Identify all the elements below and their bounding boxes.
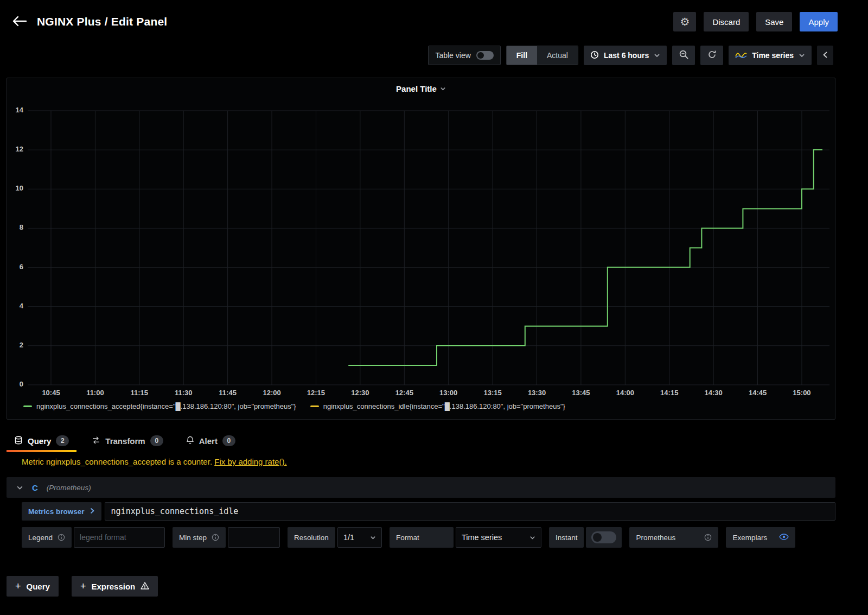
fix-by-adding-rate-link[interactable]: Fix by adding rate(). <box>214 457 286 466</box>
x-axis-tick-label: 13:30 <box>515 389 559 397</box>
query-footer: + Query + Expression <box>7 576 868 597</box>
actual-option[interactable]: Actual <box>537 46 578 65</box>
refresh-icon <box>707 50 717 61</box>
collapse-options-pane-button[interactable] <box>817 46 833 65</box>
query-editor: C (Prometheus) Metrics browser nginxplus… <box>0 477 868 548</box>
transform-icon <box>92 436 100 446</box>
tab-label: Alert <box>199 436 218 446</box>
query-datasource-label: (Prometheus) <box>47 484 91 492</box>
resolution-value: 1/1 <box>343 533 354 542</box>
min-step-option-label: Min step <box>173 527 226 548</box>
zoom-out-button[interactable] <box>672 46 695 65</box>
x-axis-tick-label: 14:45 <box>736 389 780 397</box>
y-axis-tick-label: 0 <box>7 380 23 388</box>
x-axis-tick-label: 15:00 <box>780 389 824 397</box>
format-option-label: Format <box>390 527 454 548</box>
query-input-row: Metrics browser nginxplus_connections_id… <box>22 502 835 521</box>
chevron-down-icon <box>799 52 805 59</box>
instant-toggle-box <box>586 527 622 548</box>
tab-alert[interactable]: Alert 0 <box>178 429 243 452</box>
metrics-browser-button[interactable]: Metrics browser <box>22 502 101 521</box>
x-axis-tick-label: 12:30 <box>339 389 382 397</box>
editor-tabs: Query 2 Transform 0 Alert 0 <box>7 429 868 452</box>
table-view-toggle[interactable] <box>476 51 494 60</box>
chevron-down-icon[interactable] <box>16 484 23 491</box>
legend-label: nginxplus_connections_idle{instance="█.1… <box>323 402 565 410</box>
query-row-header[interactable]: C (Prometheus) <box>7 477 835 498</box>
legend-option-label: Legend <box>22 527 72 548</box>
x-axis-tick-label: 13:15 <box>471 389 514 397</box>
plus-icon: + <box>80 581 86 591</box>
panel-settings-button[interactable]: ⚙ <box>673 12 696 31</box>
chart-legend: nginxplus_connections_accepted{instance=… <box>23 402 565 410</box>
legend-format-input[interactable] <box>74 527 165 548</box>
back-button[interactable] <box>12 15 27 29</box>
panel-toolbar: Table view Fill Actual Last 6 hours Time… <box>0 43 868 65</box>
min-step-input[interactable] <box>228 527 280 548</box>
x-axis-tick-label: 13:45 <box>559 389 603 397</box>
legend-item-accepted[interactable]: nginxplus_connections_accepted{instance=… <box>23 402 296 410</box>
apply-button[interactable]: Apply <box>800 12 838 31</box>
x-axis-tick-label: 12:45 <box>382 389 426 397</box>
save-button[interactable]: Save <box>756 12 792 31</box>
format-select[interactable]: Time series <box>456 527 541 548</box>
time-range-picker[interactable]: Last 6 hours <box>584 46 667 65</box>
exemplars-label-text: Exemplars <box>732 534 767 542</box>
format-value: Time series <box>462 533 502 542</box>
add-query-button[interactable]: + Query <box>7 576 59 597</box>
datasource-label-text: Prometheus <box>636 534 675 542</box>
eye-icon[interactable] <box>779 534 789 542</box>
y-axis-tick-label: 2 <box>7 341 23 349</box>
edit-panel-preview: Panel Title 02468101214 10:4511:0011:151… <box>7 78 835 420</box>
tab-label: Transform <box>105 436 145 446</box>
top-header: NGINX Plus / Edit Panel ⚙ Discard Save A… <box>0 0 868 43</box>
info-icon[interactable] <box>704 534 712 541</box>
zoom-out-icon <box>679 49 689 61</box>
min-step-option-group: Min step <box>173 527 280 548</box>
query-options-row: Legend Min step Resolution 1/1 <box>22 527 835 548</box>
legend-item-idle[interactable]: nginxplus_connections_idle{instance="█.1… <box>310 402 565 410</box>
table-view-label: Table view <box>435 51 470 60</box>
tab-query[interactable]: Query 2 <box>7 429 76 452</box>
chevron-down-icon <box>654 52 660 59</box>
format-option-group: Format Time series <box>390 527 541 548</box>
warning-triangle-icon <box>141 582 149 591</box>
legend-label: nginxplus_connections_accepted{instance=… <box>36 402 296 410</box>
tab-transform[interactable]: Transform 0 <box>84 429 170 452</box>
legend-swatch-yellow <box>310 405 319 407</box>
resolution-select[interactable]: 1/1 <box>337 527 382 548</box>
info-icon[interactable] <box>58 534 65 541</box>
instant-option-group: Instant <box>549 527 622 548</box>
table-view-control: Table view <box>428 46 500 65</box>
instant-label-text: Instant <box>556 534 578 542</box>
page-title: NGINX Plus / Edit Panel <box>37 15 167 28</box>
resolution-label-text: Resolution <box>294 534 329 542</box>
y-axis-tick-label: 8 <box>7 223 23 231</box>
fill-option[interactable]: Fill <box>507 46 537 65</box>
back-arrow-icon <box>12 15 27 29</box>
plus-icon: + <box>15 581 21 591</box>
x-axis-tick-label: 13:00 <box>427 389 470 397</box>
time-range-label: Last 6 hours <box>604 51 649 60</box>
alert-count-badge: 0 <box>222 435 235 446</box>
add-expression-button[interactable]: + Expression <box>72 576 158 597</box>
bell-icon <box>186 436 194 446</box>
add-expression-label: Expression <box>91 582 135 591</box>
warning-text: Metric nginxplus_connections_accepted is… <box>22 457 212 466</box>
exemplars-option-label: Exemplars <box>726 527 795 548</box>
fill-actual-segmented: Fill Actual <box>506 46 578 65</box>
x-axis-tick-label: 11:45 <box>206 389 250 397</box>
min-step-label-text: Min step <box>179 534 207 542</box>
visualization-picker[interactable]: Time series <box>729 46 812 65</box>
x-axis-tick-label: 11:30 <box>162 389 205 397</box>
discard-button[interactable]: Discard <box>704 12 749 31</box>
legend-option-group: Legend <box>22 527 165 548</box>
info-icon[interactable] <box>212 534 219 541</box>
database-icon <box>14 436 23 446</box>
datasource-option-label: Prometheus <box>629 527 718 548</box>
transform-count-badge: 0 <box>150 435 163 446</box>
chevron-left-icon <box>822 51 828 60</box>
promql-expression-input[interactable]: nginxplus_connections_idle <box>105 502 835 521</box>
instant-toggle[interactable] <box>591 531 616 543</box>
refresh-button[interactable] <box>700 46 723 65</box>
